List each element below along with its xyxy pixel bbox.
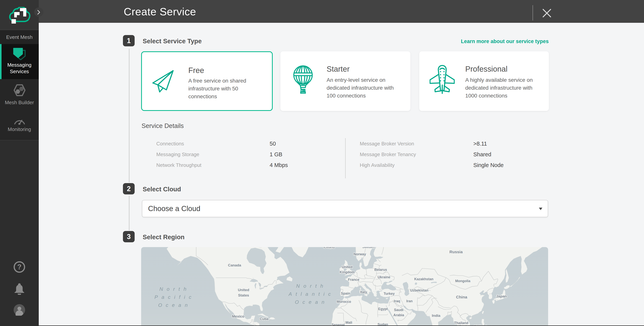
svg-text:Italy: Italy <box>360 290 367 294</box>
svg-text:N o r t h: N o r t h <box>159 286 188 292</box>
svg-text:Thailand: Thailand <box>454 321 468 325</box>
svg-text:A t l a n t i c: A t l a n t i c <box>288 291 332 297</box>
svg-text:United: United <box>238 288 249 292</box>
svg-text:Ukraine: Ukraine <box>378 275 390 279</box>
svg-text:Spain: Spain <box>341 292 350 295</box>
svg-text:Iraq: Iraq <box>394 299 400 303</box>
svg-text:Kingdom: Kingdom <box>340 270 354 274</box>
svg-text:Morocco: Morocco <box>336 300 351 304</box>
svg-text:Norway: Norway <box>354 252 366 256</box>
svg-text:?: ? <box>17 263 22 271</box>
svg-text:Uzbekistan: Uzbekistan <box>410 289 428 292</box>
svg-text:States: States <box>238 293 249 297</box>
svg-text:Iceland: Iceland <box>324 247 335 249</box>
svg-text:Mongolia: Mongolia <box>455 279 471 283</box>
svg-text:Canada: Canada <box>228 263 241 267</box>
svg-text:Belarus: Belarus <box>374 268 387 272</box>
svg-text:N o r t h: N o r t h <box>296 283 324 289</box>
svg-text:O c e a n: O c e a n <box>295 299 326 305</box>
svg-text:Egypt: Egypt <box>378 307 388 311</box>
svg-text:Iran: Iran <box>406 299 412 303</box>
svg-text:Mali: Mali <box>346 321 352 325</box>
svg-text:O c e a n: O c e a n <box>158 302 189 308</box>
svg-text:Japan: Japan <box>496 294 507 298</box>
svg-text:Kazakhstan: Kazakhstan <box>414 277 434 281</box>
svg-text:Sweden: Sweden <box>362 247 374 249</box>
svg-text:Russia: Russia <box>450 250 463 254</box>
svg-text:China: China <box>456 295 467 299</box>
svg-text:France: France <box>348 278 359 282</box>
svg-text:Turkey: Turkey <box>384 292 395 296</box>
svg-text:Arabia: Arabia <box>393 313 404 317</box>
svg-text:P a c i f i c: P a c i f i c <box>154 294 193 300</box>
svg-text:United: United <box>342 265 352 269</box>
svg-text:India: India <box>432 314 440 318</box>
svg-text:Saudi: Saudi <box>394 308 403 312</box>
svg-text:Mexico: Mexico <box>232 314 244 318</box>
svg-text:Cuba: Cuba <box>260 317 269 321</box>
